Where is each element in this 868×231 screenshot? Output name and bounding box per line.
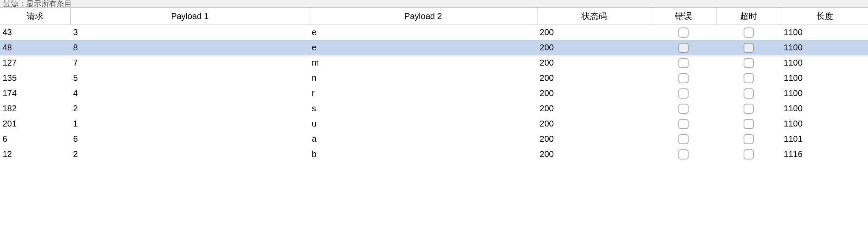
error-checkbox[interactable] bbox=[678, 119, 689, 129]
cell-status: 200 bbox=[537, 101, 651, 116]
cell-length: 1100 bbox=[781, 55, 868, 71]
column-header-payload2[interactable]: Payload 2 bbox=[309, 8, 537, 25]
column-header-status[interactable]: 状态码 bbox=[537, 8, 651, 25]
cell-status: 200 bbox=[537, 25, 651, 40]
cell-status: 200 bbox=[537, 147, 651, 162]
filter-toolbar[interactable]: 过滤：显示所有条目 bbox=[0, 0, 868, 8]
cell-payload1: 1 bbox=[71, 116, 309, 132]
cell-timeout bbox=[716, 86, 781, 101]
table-row[interactable]: 433e2001100 bbox=[0, 25, 868, 40]
table-row[interactable]: 1277m2001100 bbox=[0, 55, 868, 71]
cell-error bbox=[651, 101, 716, 116]
cell-payload2: r bbox=[309, 86, 537, 101]
cell-status: 200 bbox=[537, 116, 651, 132]
cell-payload1: 2 bbox=[71, 147, 309, 162]
cell-error bbox=[651, 132, 716, 147]
table-row[interactable]: 1355n2001100 bbox=[0, 71, 868, 86]
timeout-checkbox[interactable] bbox=[744, 119, 754, 129]
cell-payload1: 6 bbox=[71, 132, 309, 147]
cell-payload2: s bbox=[309, 101, 537, 116]
cell-request: 182 bbox=[0, 101, 71, 116]
table-row[interactable]: 2011u2001100 bbox=[0, 116, 868, 132]
cell-payload1: 4 bbox=[71, 86, 309, 101]
cell-length: 1100 bbox=[781, 86, 868, 101]
column-header-payload1[interactable]: Payload 1 bbox=[71, 8, 309, 25]
cell-error bbox=[651, 71, 716, 86]
table-header-row: 请求 Payload 1 Payload 2 状态码 错误 超时 长度 bbox=[0, 8, 868, 25]
column-header-timeout[interactable]: 超时 bbox=[716, 8, 781, 25]
cell-payload2: e bbox=[309, 25, 537, 40]
cell-request: 135 bbox=[0, 71, 71, 86]
timeout-checkbox[interactable] bbox=[744, 149, 754, 160]
cell-error bbox=[651, 25, 716, 40]
cell-request: 6 bbox=[0, 132, 71, 147]
filter-label: 过滤：显示所有条目 bbox=[3, 0, 72, 8]
cell-timeout bbox=[716, 55, 781, 71]
cell-timeout bbox=[716, 40, 781, 55]
cell-request: 48 bbox=[0, 40, 71, 55]
cell-payload2: a bbox=[309, 132, 537, 147]
cell-timeout bbox=[716, 116, 781, 132]
timeout-checkbox[interactable] bbox=[744, 134, 754, 144]
cell-payload1: 2 bbox=[71, 101, 309, 116]
cell-request: 201 bbox=[0, 116, 71, 132]
column-header-request[interactable]: 请求 bbox=[0, 8, 71, 25]
results-table: 请求 Payload 1 Payload 2 状态码 错误 超时 长度 433e… bbox=[0, 8, 868, 162]
cell-payload2: u bbox=[309, 116, 537, 132]
cell-length: 1100 bbox=[781, 101, 868, 116]
cell-status: 200 bbox=[537, 132, 651, 147]
error-checkbox[interactable] bbox=[678, 43, 689, 53]
cell-status: 200 bbox=[537, 86, 651, 101]
cell-length: 1116 bbox=[781, 147, 868, 162]
cell-payload2: e bbox=[309, 40, 537, 55]
results-table-container: 请求 Payload 1 Payload 2 状态码 错误 超时 长度 433e… bbox=[0, 8, 868, 162]
cell-error bbox=[651, 40, 716, 55]
error-checkbox[interactable] bbox=[678, 58, 689, 68]
cell-timeout bbox=[716, 25, 781, 40]
table-row[interactable]: 1822s2001100 bbox=[0, 101, 868, 116]
cell-request: 12 bbox=[0, 147, 71, 162]
timeout-checkbox[interactable] bbox=[744, 28, 754, 38]
column-header-length[interactable]: 长度 bbox=[781, 8, 868, 25]
cell-timeout bbox=[716, 132, 781, 147]
error-checkbox[interactable] bbox=[678, 28, 689, 38]
cell-payload1: 5 bbox=[71, 71, 309, 86]
cell-status: 200 bbox=[537, 40, 651, 55]
cell-error bbox=[651, 116, 716, 132]
cell-timeout bbox=[716, 101, 781, 116]
cell-payload2: b bbox=[309, 147, 537, 162]
table-row[interactable]: 488e2001100 bbox=[0, 40, 868, 55]
table-row[interactable]: 1744r2001100 bbox=[0, 86, 868, 101]
cell-length: 1100 bbox=[781, 116, 868, 132]
timeout-checkbox[interactable] bbox=[744, 73, 754, 83]
cell-error bbox=[651, 86, 716, 101]
error-checkbox[interactable] bbox=[678, 149, 689, 160]
cell-request: 127 bbox=[0, 55, 71, 71]
timeout-checkbox[interactable] bbox=[744, 43, 754, 53]
column-header-error[interactable]: 错误 bbox=[651, 8, 716, 25]
cell-payload2: n bbox=[309, 71, 537, 86]
cell-error bbox=[651, 147, 716, 162]
cell-error bbox=[651, 55, 716, 71]
cell-status: 200 bbox=[537, 71, 651, 86]
cell-status: 200 bbox=[537, 55, 651, 71]
cell-length: 1100 bbox=[781, 40, 868, 55]
cell-payload1: 7 bbox=[71, 55, 309, 71]
error-checkbox[interactable] bbox=[678, 73, 689, 83]
cell-payload1: 8 bbox=[71, 40, 309, 55]
cell-request: 174 bbox=[0, 86, 71, 101]
cell-timeout bbox=[716, 147, 781, 162]
error-checkbox[interactable] bbox=[678, 104, 689, 114]
timeout-checkbox[interactable] bbox=[744, 88, 754, 99]
cell-payload1: 3 bbox=[71, 25, 309, 40]
table-row[interactable]: 122b2001116 bbox=[0, 147, 868, 162]
timeout-checkbox[interactable] bbox=[744, 104, 754, 114]
cell-request: 43 bbox=[0, 25, 71, 40]
cell-timeout bbox=[716, 71, 781, 86]
error-checkbox[interactable] bbox=[678, 134, 689, 144]
table-row[interactable]: 66a2001101 bbox=[0, 132, 868, 147]
timeout-checkbox[interactable] bbox=[744, 58, 754, 68]
cell-length: 1100 bbox=[781, 71, 868, 86]
error-checkbox[interactable] bbox=[678, 88, 689, 99]
cell-length: 1100 bbox=[781, 25, 868, 40]
